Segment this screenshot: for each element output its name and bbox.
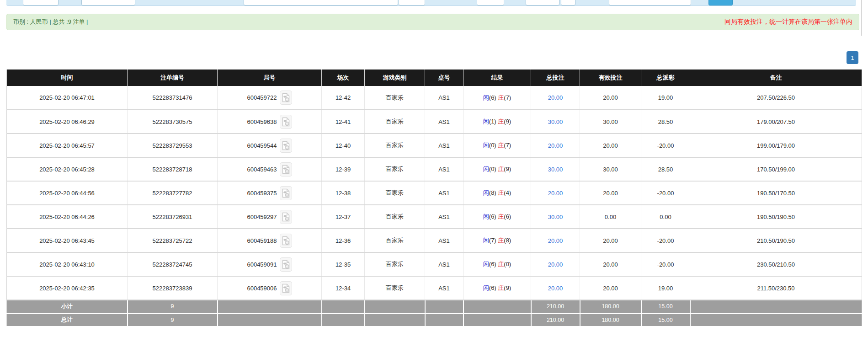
total-bet-link[interactable]: 20.00 <box>548 261 563 268</box>
valid-bet-cell: 20.00 <box>580 86 641 110</box>
table-no-cell: AS1 <box>425 252 463 276</box>
filter-input[interactable] <box>477 0 504 5</box>
column-header: 局号 <box>218 70 322 86</box>
payout-cell: -20.00 <box>641 181 690 205</box>
time-cell: 2025-02-20 06:45:57 <box>7 134 128 157</box>
result-text: 闲(8) 庄(4) <box>483 189 511 196</box>
bet-id-cell: 522283726931 <box>128 205 218 229</box>
total-bet-link[interactable]: 30.00 <box>548 166 563 173</box>
video-replay-button[interactable] <box>280 91 292 105</box>
result-text: 闲(6) 庄(0) <box>483 261 511 267</box>
footer-cell: 210.00 <box>531 313 580 326</box>
total-bet-link[interactable]: 20.00 <box>548 142 563 149</box>
result-text: 闲(1) 庄(9) <box>483 118 511 125</box>
payout-cell: 19.00 <box>641 276 690 300</box>
table-row: 2025-02-20 06:45:28522283728718600459463… <box>7 157 862 181</box>
video-replay-button[interactable] <box>280 210 292 224</box>
video-replay-button[interactable] <box>280 281 292 295</box>
column-header: 总派彩 <box>641 70 690 86</box>
round-cell: 600459375 <box>218 181 322 205</box>
column-header: 时间 <box>7 70 128 86</box>
time-cell: 2025-02-20 06:43:10 <box>7 252 128 276</box>
game-type-cell: 百家乐 <box>365 157 425 181</box>
payout-cell: 28.50 <box>641 110 690 134</box>
footer-cell: 15.00 <box>641 313 690 326</box>
video-file-icon <box>282 93 290 102</box>
session-cell: 12-38 <box>322 181 365 205</box>
pagination-page-button[interactable]: 1 <box>847 51 858 64</box>
game-type-cell: 百家乐 <box>365 276 425 300</box>
round-id: 600459463 <box>247 166 277 173</box>
filter-input[interactable] <box>81 0 135 5</box>
payout-cell: -20.00 <box>641 134 690 157</box>
video-replay-button[interactable] <box>280 234 292 248</box>
round-cell: 600459463 <box>218 157 322 181</box>
column-header: 总投注 <box>531 70 580 86</box>
remark-cell: 179.00/207.50 <box>690 110 862 134</box>
table-no-cell: AS1 <box>425 205 463 229</box>
video-replay-button[interactable] <box>280 257 292 272</box>
bet-id-cell: 522283727782 <box>128 181 218 205</box>
footer-cell <box>365 313 425 326</box>
result-cell: 闲(7) 庄(8) <box>463 229 531 252</box>
filter-input[interactable] <box>526 0 559 5</box>
footer-cell <box>463 313 531 326</box>
filter-input[interactable] <box>399 0 425 5</box>
video-replay-button[interactable] <box>280 162 292 176</box>
search-button[interactable] <box>708 0 733 5</box>
total-bet-link[interactable]: 30.00 <box>548 118 563 125</box>
result-text: 闲(7) 庄(8) <box>483 237 511 244</box>
time-cell: 2025-02-20 06:44:26 <box>7 205 128 229</box>
table-no-cell: AS1 <box>425 276 463 300</box>
total-bet-cell: 30.00 <box>531 205 580 229</box>
result-cell: 闲(6) 庄(9) <box>463 276 531 300</box>
bet-id-cell: 522283723839 <box>128 276 218 300</box>
result-cell: 闲(0) 庄(9) <box>463 157 531 181</box>
round-id: 600459638 <box>247 118 277 125</box>
valid-bet-cell: 0.00 <box>580 205 641 229</box>
total-bet-link[interactable]: 20.00 <box>548 190 563 197</box>
game-type-cell: 百家乐 <box>365 134 425 157</box>
filter-input[interactable] <box>609 0 691 5</box>
total-bet-cell: 20.00 <box>531 134 580 157</box>
video-replay-button[interactable] <box>280 186 292 200</box>
total-bet-link[interactable]: 30.00 <box>548 214 563 220</box>
table-no-cell: AS1 <box>425 229 463 252</box>
bet-record-table: 时间注单编号局号场次游戏类别桌号结果总投注有效投注总派彩备注 2025-02-2… <box>6 70 862 327</box>
filter-toolbar <box>6 0 856 6</box>
total-bet-cell: 20.00 <box>531 252 580 276</box>
round-cell: 600459188 <box>218 229 322 252</box>
footer-cell <box>322 313 365 326</box>
valid-bet-cell: 20.00 <box>580 229 641 252</box>
total-bet-link[interactable]: 20.00 <box>548 237 563 244</box>
round-cell: 600459006 <box>218 276 322 300</box>
video-file-icon <box>282 165 290 174</box>
filter-input[interactable] <box>561 0 575 5</box>
remark-cell: 230.50/210.50 <box>690 252 862 276</box>
total-bet-link[interactable]: 20.00 <box>548 94 563 101</box>
footer-cell: 9 <box>128 300 218 313</box>
footer-cell: 15.00 <box>641 300 690 313</box>
footer-cell: 210.00 <box>531 300 580 313</box>
game-type-cell: 百家乐 <box>365 86 425 110</box>
total-bet-cell: 20.00 <box>531 181 580 205</box>
video-replay-button[interactable] <box>280 139 292 153</box>
column-header: 有效投注 <box>580 70 641 86</box>
game-type-cell: 百家乐 <box>365 252 425 276</box>
payout-cell: 28.50 <box>641 157 690 181</box>
table-no-cell: AS1 <box>425 134 463 157</box>
footer-cell <box>425 300 463 313</box>
footer-cell <box>463 300 531 313</box>
result-text: 闲(6) 庄(7) <box>483 94 511 101</box>
round-id: 600459722 <box>247 94 277 101</box>
bet-id-cell: 522283725722 <box>128 229 218 252</box>
result-text: 闲(6) 庄(9) <box>483 284 511 291</box>
filter-input[interactable] <box>244 0 398 5</box>
table-body: 2025-02-20 06:47:01522283731476600459722… <box>7 86 862 326</box>
result-cell: 闲(6) 庄(6) <box>463 205 531 229</box>
result-text: 闲(6) 庄(6) <box>483 213 511 220</box>
video-replay-button[interactable] <box>280 115 292 129</box>
filter-input[interactable] <box>23 0 59 5</box>
total-bet-link[interactable]: 20.00 <box>548 285 563 292</box>
session-cell: 12-36 <box>322 229 365 252</box>
